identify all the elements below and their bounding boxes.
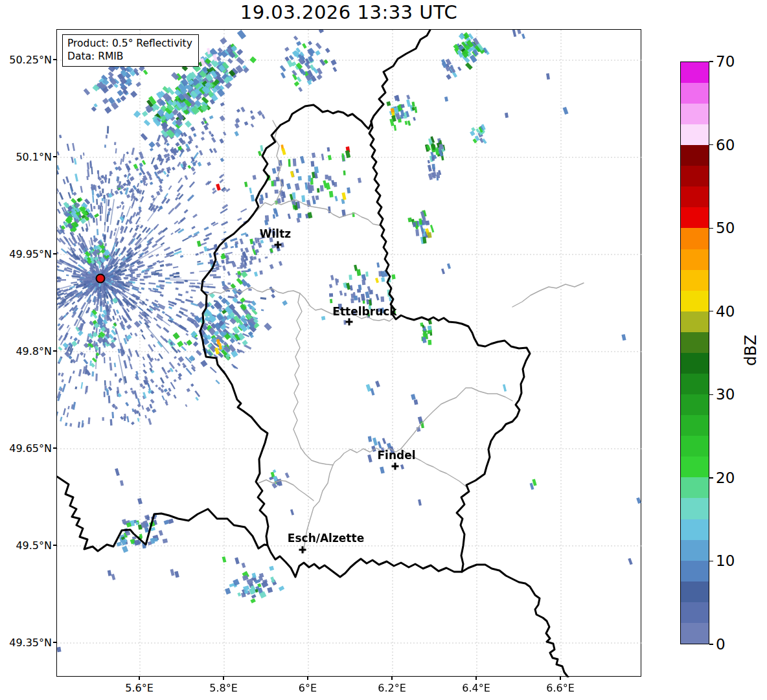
- colorbar-segment: [681, 436, 709, 457]
- colorbar-tick-label: 50: [716, 220, 735, 236]
- x-tick-mark: [307, 677, 308, 680]
- map-plot: Product: 0.5° Reflectivity Data: RMIB: [56, 29, 641, 677]
- city-label: Findel: [377, 449, 415, 462]
- colorbar-segment: [681, 166, 709, 186]
- y-tick-mark: [53, 545, 56, 545]
- colorbar-tick-mark: [709, 228, 713, 229]
- colorbar-tick-mark: [709, 561, 713, 561]
- colorbar-segment: [681, 519, 709, 540]
- colorbar-segment: [681, 104, 709, 124]
- x-axis-tick-label: 5.6°E: [125, 682, 154, 694]
- colorbar-tick-mark: [709, 311, 713, 311]
- x-axis-tick-label: 6.4°E: [462, 682, 490, 694]
- colorbar-tick-label: 20: [716, 469, 735, 486]
- colorbar-tick-mark: [709, 61, 713, 62]
- colorbar-segment: [681, 186, 709, 207]
- x-tick-mark: [560, 677, 560, 680]
- y-tick-mark: [53, 59, 56, 60]
- colorbar-tick-label: 0: [716, 636, 726, 653]
- colorbar-segment: [681, 415, 709, 436]
- product-info-box: Product: 0.5° Reflectivity Data: RMIB: [62, 34, 199, 67]
- colorbar-segment: [681, 540, 709, 561]
- colorbar-segment: [681, 477, 709, 498]
- colorbar: [680, 62, 709, 644]
- colorbar-tick-mark: [709, 144, 713, 145]
- city-marker-icon: [299, 547, 306, 554]
- radar-site-marker: [96, 274, 106, 284]
- product-line: Product: 0.5° Reflectivity: [67, 37, 192, 50]
- colorbar-segment: [681, 498, 709, 519]
- colorbar-segment: [681, 374, 709, 394]
- colorbar-segment: [681, 353, 709, 374]
- colorbar-tick-label: 30: [716, 386, 735, 403]
- x-axis-tick-label: 6.2°E: [378, 682, 406, 694]
- city-marker-icon: [346, 319, 353, 326]
- colorbar-segment: [681, 394, 709, 415]
- colorbar-segment: [681, 457, 709, 477]
- y-tick-mark: [53, 156, 56, 157]
- city-marker-icon: [392, 463, 399, 470]
- colorbar-segment: [681, 228, 709, 249]
- colorbar-tick-mark: [709, 477, 713, 478]
- y-axis-tick-label: 49.8°N: [16, 345, 52, 357]
- colorbar-tick-label: 70: [716, 53, 735, 70]
- colorbar-segment: [681, 623, 709, 644]
- colorbar-segment: [681, 270, 709, 291]
- colorbar-unit-label: dBZ: [742, 335, 760, 366]
- page-title: 19.03.2026 13:33 UTC: [56, 1, 641, 23]
- colorbar-segment: [681, 291, 709, 311]
- city-marker-icon: [275, 242, 282, 249]
- colorbar-segment: [681, 124, 709, 145]
- y-axis-tick-label: 50.1°N: [16, 151, 52, 163]
- y-tick-mark: [53, 642, 56, 642]
- city-label: Esch/Alzette: [288, 532, 364, 545]
- data-source-line: Data: RMIB: [67, 50, 192, 63]
- x-axis-tick-label: 5.8°E: [209, 682, 238, 694]
- colorbar-tick-label: 10: [716, 552, 735, 569]
- colorbar-segment: [681, 561, 709, 581]
- colorbar-tick-label: 40: [716, 303, 735, 320]
- y-tick-mark: [53, 350, 56, 351]
- x-axis-tick-label: 6.6°E: [546, 682, 575, 694]
- y-tick-mark: [53, 253, 56, 254]
- y-axis-tick-label: 50.25°N: [9, 54, 52, 66]
- city-label: Ettelbruck: [332, 305, 396, 318]
- y-axis-tick-label: 49.65°N: [9, 442, 52, 455]
- colorbar-segment: [681, 311, 709, 332]
- colorbar-tick-label: 60: [716, 137, 735, 153]
- city-label: Wiltz: [260, 227, 291, 240]
- x-tick-mark: [139, 677, 139, 680]
- x-tick-mark: [391, 677, 392, 680]
- x-tick-mark: [475, 677, 476, 680]
- y-axis-tick-label: 49.35°N: [9, 637, 52, 649]
- colorbar-segment: [681, 249, 709, 270]
- radar-figure: 19.03.2026 13:33 UTC Product: 0.5° Refle…: [0, 0, 767, 700]
- colorbar-segment: [681, 207, 709, 228]
- colorbar-segment: [681, 581, 709, 602]
- colorbar-tick-mark: [709, 644, 713, 644]
- y-axis-tick-label: 49.95°N: [9, 248, 52, 260]
- colorbar-segment: [681, 332, 709, 353]
- y-tick-mark: [53, 447, 56, 448]
- colorbar-segment: [681, 83, 709, 104]
- colorbar-segment: [681, 62, 709, 83]
- x-tick-mark: [223, 677, 223, 680]
- x-axis-tick-label: 6°E: [299, 682, 317, 694]
- colorbar-tick-mark: [709, 394, 713, 395]
- colorbar-segment: [681, 145, 709, 166]
- y-axis-tick-label: 49.5°N: [16, 539, 52, 552]
- radar-map-canvas: [57, 30, 642, 677]
- colorbar-segment: [681, 602, 709, 623]
